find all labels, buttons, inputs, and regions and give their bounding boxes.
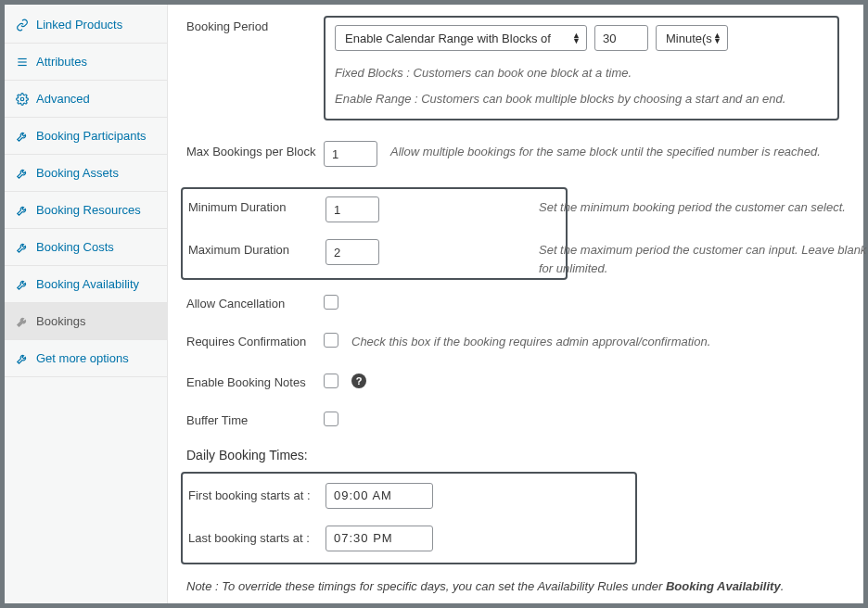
help-icon[interactable]: ? [351, 374, 366, 388]
row-min-duration: Minimum Duration Set the minimum booking… [188, 196, 562, 222]
label-min-duration: Minimum Duration [188, 196, 326, 214]
sidebar-item-bookings[interactable]: Bookings [5, 303, 167, 340]
override-note: Note : To override these timings for spe… [186, 577, 839, 596]
wrench-icon [16, 130, 29, 143]
min-duration-help: Set the minimum booking period the custo… [539, 196, 846, 217]
note-suffix: . [781, 579, 785, 593]
label-buffer-time: Buffer Time [186, 410, 324, 427]
highlight-booking-period: Enable Calendar Range with Blocks of ▲▼ … [324, 16, 839, 120]
label-last-booking: Last booking starts at : [188, 531, 326, 545]
sidebar-item-label: Booking Participants [36, 129, 147, 143]
row-max-duration: Maximum Duration Set the maximum period … [188, 239, 562, 265]
list-icon [16, 56, 29, 69]
label-allow-cancellation: Allow Cancellation [186, 293, 324, 310]
sidebar-item-label: Booking Costs [36, 240, 114, 254]
first-booking-input[interactable] [326, 483, 433, 509]
row-buffer-time: Buffer Time [186, 410, 839, 427]
wrench-icon [16, 352, 29, 365]
highlight-duration: Minimum Duration Set the minimum booking… [181, 187, 568, 280]
requires-confirmation-help: Check this box if the booking requires a… [351, 331, 710, 351]
row-allow-cancellation: Allow Cancellation [186, 293, 839, 310]
label-max-duration: Maximum Duration [188, 239, 326, 257]
sidebar-item-booking-participants[interactable]: Booking Participants [5, 118, 167, 155]
row-booking-period: Booking Period Enable Calendar Range wit… [186, 16, 839, 120]
sidebar-item-label: Attributes [36, 55, 87, 69]
booking-period-unit-value: Minute(s [666, 32, 712, 45]
gear-icon [16, 93, 29, 106]
note-bold: Booking Availability [666, 579, 781, 593]
allow-cancellation-checkbox[interactable] [324, 295, 338, 310]
booking-period-select[interactable]: Enable Calendar Range with Blocks of ▲▼ [335, 25, 587, 51]
sidebar-item-booking-costs[interactable]: Booking Costs [5, 229, 167, 266]
sidebar-item-label: Get more options [36, 351, 129, 365]
sidebar-item-label: Advanced [36, 92, 90, 106]
row-max-bookings: Max Bookings per Block Allow multiple bo… [186, 141, 839, 167]
daily-booking-times-heading: Daily Booking Times: [186, 448, 839, 462]
row-first-booking: First booking starts at : [188, 483, 632, 509]
sidebar-item-booking-availability[interactable]: Booking Availability [5, 266, 167, 303]
label-max-bookings: Max Bookings per Block [186, 141, 324, 158]
row-requires-confirmation: Requires Confirmation Check this box if … [186, 331, 839, 351]
label-enable-notes: Enable Booking Notes [186, 372, 324, 389]
max-bookings-input[interactable] [324, 141, 377, 167]
booking-period-help1: Fixed Blocks : Customers can book one bl… [335, 62, 828, 82]
wrench-icon [16, 241, 29, 254]
chevron-updown-icon: ▲▼ [572, 32, 581, 44]
highlight-booking-times: First booking starts at : Last booking s… [181, 472, 637, 564]
wrench-icon [16, 315, 29, 328]
row-last-booking: Last booking starts at : [188, 526, 632, 551]
sidebar-item-booking-resources[interactable]: Booking Resources [5, 192, 167, 229]
max-bookings-help: Allow multiple bookings for the same blo… [390, 141, 821, 161]
wrench-icon [16, 204, 29, 217]
sidebar-item-booking-assets[interactable]: Booking Assets [5, 155, 167, 192]
enable-notes-checkbox[interactable] [324, 374, 338, 388]
sidebar-item-label: Booking Assets [36, 166, 119, 180]
min-duration-input[interactable] [326, 196, 379, 222]
booking-period-select-value: Enable Calendar Range with Blocks of [345, 32, 551, 45]
sidebar-item-label: Booking Resources [36, 203, 141, 217]
sidebar-item-label: Linked Products [36, 18, 122, 32]
label-requires-confirmation: Requires Confirmation [186, 331, 324, 348]
sidebar-item-advanced[interactable]: Advanced [5, 81, 167, 118]
label-booking-period: Booking Period [186, 16, 324, 33]
booking-period-amount-input[interactable] [594, 25, 648, 51]
svg-point-3 [20, 97, 24, 101]
booking-period-unit-select[interactable]: Minute(s ▲▼ [656, 25, 728, 51]
requires-confirmation-checkbox[interactable] [324, 333, 338, 348]
label-first-booking: First booking starts at : [188, 488, 326, 502]
wrench-icon [16, 278, 29, 291]
max-duration-help: Set the maximum period the customer can … [539, 239, 863, 277]
sidebar-item-label: Bookings [36, 314, 85, 328]
max-duration-input[interactable] [326, 239, 379, 265]
note-prefix: Note : To override these timings for spe… [186, 579, 666, 593]
wrench-icon [16, 167, 29, 180]
link-icon [16, 19, 29, 32]
settings-sidebar: Linked Products Attributes Advanced Book… [5, 5, 168, 603]
sidebar-item-linked-products[interactable]: Linked Products [5, 6, 167, 44]
settings-panel: Booking Period Enable Calendar Range wit… [168, 5, 863, 603]
sidebar-item-get-more-options[interactable]: Get more options [5, 340, 167, 377]
sidebar-item-label: Booking Availability [36, 277, 139, 291]
buffer-time-checkbox[interactable] [324, 412, 338, 426]
chevron-updown-icon: ▲▼ [713, 32, 721, 44]
sidebar-item-attributes[interactable]: Attributes [5, 44, 167, 81]
row-enable-notes: Enable Booking Notes ? [186, 372, 839, 389]
booking-period-help2: Enable Range : Customers can book multip… [335, 88, 828, 108]
last-booking-input[interactable] [326, 526, 433, 551]
